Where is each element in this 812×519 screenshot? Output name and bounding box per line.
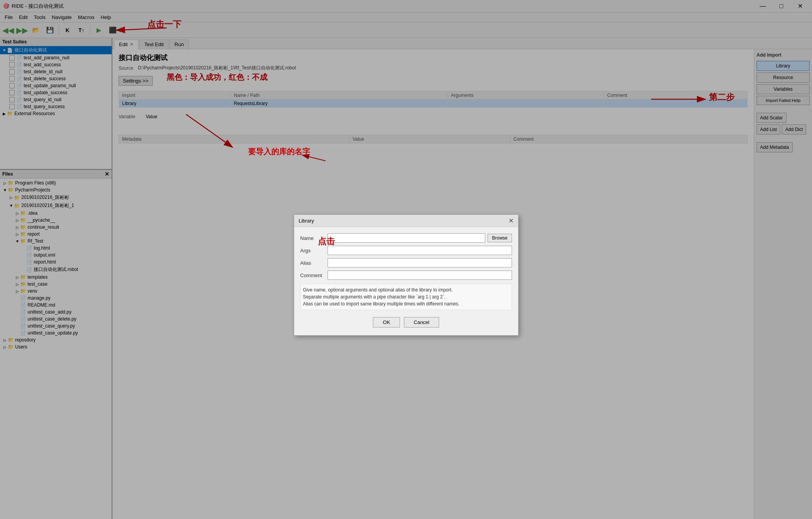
modal-comment-row: Comment (300, 271, 512, 280)
modal-args-row: Args (300, 246, 512, 255)
modal-cancel-btn[interactable]: Cancel (404, 317, 439, 328)
modal-overlay[interactable]: Library ✕ Name Browse Args Alias Comment (0, 0, 812, 519)
modal-args-label: Args (300, 248, 328, 253)
modal-name-label: Name (300, 235, 328, 241)
modal-comment-input[interactable] (328, 271, 512, 280)
modal-title: Library (299, 218, 314, 224)
library-dialog: Library ✕ Name Browse Args Alias Comment (294, 214, 519, 336)
modal-close-btn[interactable]: ✕ (509, 217, 514, 224)
modal-help-text: Give name, optional arguments and option… (300, 284, 512, 310)
modal-alias-input[interactable] (328, 258, 512, 267)
modal-ok-btn[interactable]: OK (373, 317, 400, 328)
modal-footer: OK Cancel (300, 314, 512, 329)
modal-alias-label: Alias (300, 260, 328, 266)
modal-title-bar: Library ✕ (294, 215, 518, 227)
modal-body: Name Browse Args Alias Comment Give name (294, 227, 518, 335)
modal-alias-row: Alias (300, 258, 512, 267)
modal-args-input[interactable] (328, 246, 512, 255)
modal-browse-btn[interactable]: Browse (488, 234, 512, 242)
modal-comment-label: Comment (300, 272, 328, 278)
modal-name-input[interactable] (328, 233, 486, 243)
modal-name-row: Name Browse (300, 233, 512, 243)
